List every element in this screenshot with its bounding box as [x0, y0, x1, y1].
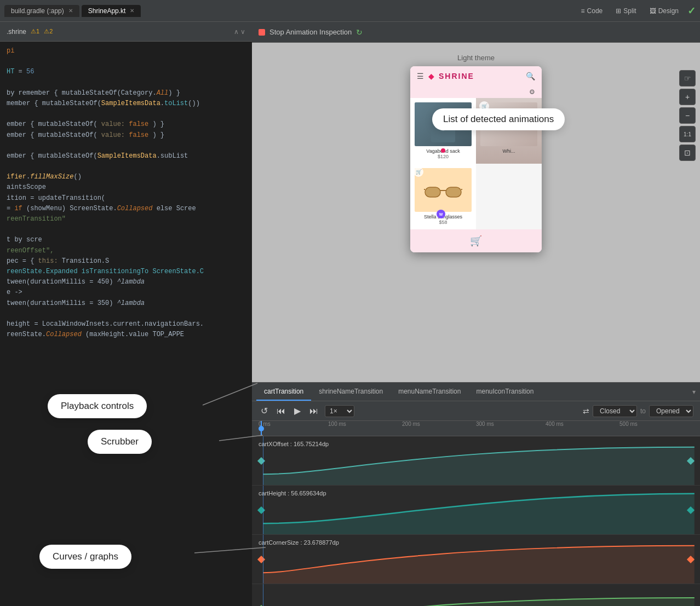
design-mode-button[interactable]: 🖼 Design	[645, 6, 683, 16]
product-price-1: $120	[415, 154, 472, 159]
product-card-side: 🛒 Whi...	[476, 98, 542, 164]
scrubber-line-ruler	[261, 421, 262, 436]
code-line	[7, 78, 252, 88]
swap-states-button[interactable]: ⇄	[583, 407, 589, 415]
curve-row-4	[252, 584, 700, 606]
product-card-2: 🛒 W Stella s	[410, 164, 476, 229]
zoom-out-button[interactable]: −	[679, 107, 696, 124]
inspection-title: Stop Animation Inspection	[269, 28, 352, 36]
scrubber-circle	[259, 426, 264, 431]
stop-inspection-indicator	[259, 29, 265, 36]
tab-gradle[interactable]: build.gradle (:app) ✕	[4, 5, 79, 17]
filter-row: ⚙	[410, 86, 542, 98]
tick-300ms: 300 ms	[476, 421, 494, 427]
tab-shrineapp-close[interactable]: ✕	[130, 8, 134, 14]
tick-400ms: 400 ms	[546, 421, 564, 427]
to-state-select[interactable]: Opened Closed	[649, 405, 693, 417]
code-line	[7, 161, 252, 172]
tab-cart-transition[interactable]: cartTransition	[256, 383, 311, 401]
code-line	[7, 56, 252, 67]
svg-rect-4	[425, 187, 440, 197]
side-tools: ☞ + − 1:1 ⊡	[679, 70, 696, 161]
play-button[interactable]: ▶	[292, 405, 303, 417]
reset-zoom-button[interactable]: 1:1	[679, 126, 696, 142]
file-path: .shrine	[7, 28, 26, 36]
tab-shrine-name[interactable]: shrineNameTransition	[311, 383, 391, 401]
tab-menu-name[interactable]: menuNameTransition	[391, 383, 468, 401]
speed-select[interactable]: 1× 0.5× 2×	[325, 405, 354, 417]
curve-label-3: cartCornerSize : 23.678877dp	[259, 539, 339, 546]
curve-row-1: cartXOffset : 165.75214dp	[252, 436, 700, 486]
code-panel: .shrine ⚠1 ⚠2 ∧ ∨ pi HT = 56 by remember…	[0, 22, 252, 606]
tick-500ms: 500 ms	[619, 421, 638, 427]
navigation-arrows[interactable]: ∧ ∨	[234, 28, 245, 36]
zoom-in-button[interactable]: +	[679, 89, 696, 105]
code-line: e ->	[7, 287, 252, 298]
build-success-icon: ✓	[687, 5, 696, 17]
code-line: member { mutableStateOf(SampleItemsData.…	[7, 99, 252, 109]
tabs-more-button[interactable]: ▾	[692, 388, 696, 396]
fit-window-button[interactable]: ⊡	[679, 145, 696, 161]
file-bar: .shrine ⚠1 ⚠2 ∧ ∨	[0, 22, 252, 42]
code-line	[7, 309, 252, 319]
refresh-icon[interactable]: ↻	[356, 28, 363, 37]
main-layout: .shrine ⚠1 ⚠2 ∧ ∨ pi HT = 56 by remember…	[0, 22, 700, 606]
to-start-button[interactable]: ⏮	[274, 405, 288, 417]
code-line	[7, 224, 252, 235]
code-line: pi	[7, 46, 252, 56]
filter-icon: ⚙	[529, 88, 535, 96]
code-line	[7, 109, 252, 119]
warning-badge-2: ⚠2	[44, 28, 53, 35]
product-price-2: $58	[415, 220, 472, 225]
code-line: reenState.Collapsed (maxHeight.value TOP…	[7, 330, 252, 340]
split-mode-button[interactable]: ⊞ Split	[611, 6, 640, 16]
avatar-dot: W	[437, 210, 445, 218]
product-card-1: 🛒 Vagabond sack	[410, 98, 476, 164]
from-state-select[interactable]: Closed Opened	[593, 405, 637, 417]
curve-svg-4	[252, 584, 700, 606]
top-bar: build.gradle (:app) ✕ ShrineApp.kt ✕ ≡ C…	[0, 0, 700, 22]
code-line: ember { mutableStateOf( value: false ) }	[7, 119, 252, 130]
code-line: tween(durationMillis = 350) ^lambda	[7, 298, 252, 309]
tab-gradle-label: build.gradle (:app)	[11, 7, 64, 15]
to-end-button[interactable]: ⏭	[307, 405, 320, 417]
code-line: reenTransition"	[7, 214, 252, 224]
right-panel: Stop Animation Inspection ↻ Light theme …	[252, 22, 700, 606]
animation-panel: cartTransition shrineNameTransition menu…	[252, 382, 700, 606]
code-line: height = LocalWindowInsets.current.navig…	[7, 319, 252, 330]
product-card-empty	[476, 164, 542, 229]
code-line: ition = updateTransition(	[7, 193, 252, 204]
tick-100ms: 100 ms	[328, 421, 346, 427]
restart-button[interactable]: ↺	[259, 405, 270, 417]
warning-badge-1: ⚠1	[31, 28, 39, 35]
code-line: t by scre	[7, 235, 252, 245]
cart-bar: 🛒	[410, 229, 542, 252]
curve-label-1: cartXOffset : 165.75214dp	[259, 441, 329, 447]
design-icon: 🖼	[650, 7, 656, 15]
code-line: reenState.Expanded isTransitioningTo Scr…	[7, 267, 252, 277]
pointer-tool-button[interactable]: ☞	[679, 70, 696, 86]
code-editor[interactable]: pi HT = 56 by remember { mutableStateOf(…	[0, 42, 252, 606]
to-label: to	[640, 407, 646, 415]
callout-list-animations: List of detected animations	[432, 108, 565, 130]
theme-label: Light theme	[457, 54, 495, 62]
phone-preview: Light theme ☰ ◆ SHRINE 🔍 ⚙	[410, 54, 542, 252]
code-line: reenOffset",	[7, 246, 252, 256]
curves-area[interactable]: cartXOffset : 165.75214dp cartHeight : 5…	[252, 436, 700, 606]
scrubber-line-1	[263, 436, 263, 485]
code-mode-button[interactable]: ≡ Code	[577, 6, 607, 16]
heart-dot	[441, 148, 445, 153]
code-line: HT = 56	[7, 67, 252, 77]
search-phone-icon: 🔍	[526, 72, 535, 80]
split-icon: ⊞	[616, 7, 621, 15]
view-mode-controls: ≡ Code ⊞ Split 🖼 Design ✓	[577, 5, 696, 17]
tab-shrineapp[interactable]: ShrineApp.kt ✕	[82, 5, 141, 17]
playback-controls: ↺ ⏮ ▶ ⏭ 1× 0.5× 2× ⇄ Closed Opened to	[252, 401, 700, 421]
svg-rect-5	[446, 187, 461, 197]
tab-gradle-close[interactable]: ✕	[68, 8, 73, 14]
tick-200ms: 200 ms	[402, 421, 420, 427]
scrubber-line-3	[263, 535, 263, 584]
tab-menu-icon[interactable]: menuIconTransition	[468, 383, 541, 401]
curve-row-3: cartCornerSize : 23.678877dp	[252, 535, 700, 584]
animation-tabs: cartTransition shrineNameTransition menu…	[252, 383, 700, 401]
